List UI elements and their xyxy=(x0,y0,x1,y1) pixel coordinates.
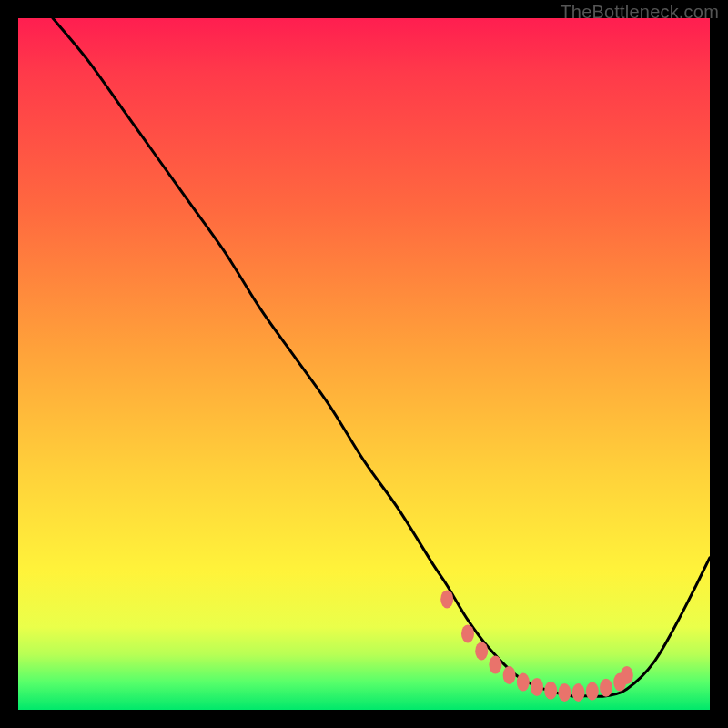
marker-dot xyxy=(440,590,453,608)
marker-dot xyxy=(461,624,474,642)
marker-dot xyxy=(558,683,571,702)
marker-dot xyxy=(572,683,585,702)
marker-dot xyxy=(586,682,599,701)
marker-dot xyxy=(489,656,501,674)
bottleneck-curve xyxy=(53,18,710,696)
marker-dot xyxy=(517,673,530,692)
marker-dot xyxy=(475,642,488,660)
plot-area xyxy=(18,18,710,710)
marker-dot xyxy=(544,682,557,700)
marker-dot xyxy=(621,666,633,684)
marker-dot xyxy=(503,666,516,684)
marker-dot xyxy=(531,678,543,696)
curve-layer xyxy=(18,18,710,710)
marker-dot xyxy=(600,679,612,697)
optimal-range-dots xyxy=(440,590,633,702)
chart-frame: TheBottleneck.com xyxy=(0,0,728,728)
